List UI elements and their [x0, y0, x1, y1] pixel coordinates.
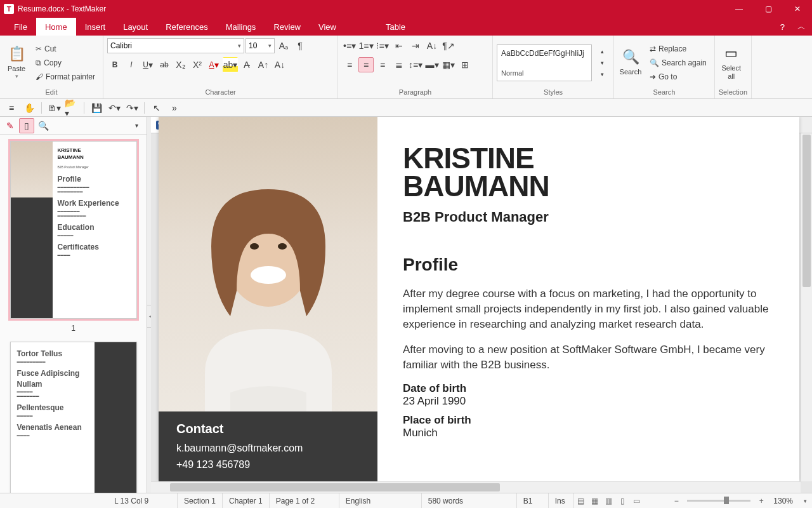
tab-table[interactable]: Table — [377, 18, 414, 36]
tab-view[interactable]: View — [310, 18, 345, 36]
tab-mailings[interactable]: Mailings — [217, 18, 265, 36]
thumbnails-list[interactable]: KRISTINEBAUMANNB2B Product ManagerProfil… — [0, 135, 147, 493]
status-language[interactable]: English — [339, 493, 422, 508]
status-ins[interactable]: Ins — [549, 493, 574, 508]
pilcrow-button[interactable]: ¶ — [292, 38, 308, 53]
styles-scroll-up[interactable]: ▴ — [594, 46, 610, 57]
styles-expand[interactable]: ▾ — [594, 69, 610, 80]
status-chapter[interactable]: Chapter 1 — [223, 493, 270, 508]
align-right-button[interactable]: ≡ — [375, 57, 390, 72]
qt-new[interactable]: 🗎▾ — [46, 100, 62, 116]
view-continuous-icon[interactable]: ▥ — [602, 494, 616, 508]
align-left-button[interactable]: ≡ — [342, 57, 357, 72]
underline-button[interactable]: U▾ — [140, 57, 155, 72]
zoom-menu-icon[interactable]: ▾ — [798, 494, 812, 508]
vertical-scrollbar[interactable] — [801, 133, 812, 481]
qt-undo[interactable]: ↶▾ — [107, 100, 122, 116]
tab-review[interactable]: Review — [265, 18, 310, 36]
paragraph-dialog-button[interactable]: ¶↗ — [441, 38, 456, 53]
align-center-button[interactable]: ≡ — [358, 57, 374, 72]
increase-indent-button[interactable]: ⇥ — [408, 38, 423, 53]
select-all-icon: ▭ — [724, 45, 738, 62]
thumbnail-page-1[interactable]: KRISTINEBAUMANNB2B Product ManagerProfil… — [10, 141, 137, 319]
replace-button[interactable]: ⇄Replace — [646, 43, 710, 55]
tabs-button[interactable]: ⊞ — [457, 57, 473, 72]
bullet-list-button[interactable]: •≡▾ — [342, 38, 357, 53]
qt-hand[interactable]: ✋ — [22, 100, 37, 116]
paste-button[interactable]: 📋 Paste ▾ — [4, 43, 29, 83]
minimize-button[interactable]: — — [724, 0, 754, 18]
borders-button[interactable]: ▦▾ — [441, 57, 456, 72]
styles-scroll-down[interactable]: ▾ — [594, 57, 610, 69]
bold-button[interactable]: B — [107, 57, 122, 72]
superscript-button[interactable]: X² — [190, 57, 205, 72]
side-menu-icon[interactable]: ▾ — [129, 118, 144, 133]
highlight-button[interactable]: ab▾ — [223, 57, 238, 72]
document-page[interactable]: Contact k.baumann@softmaker.com +49 123 … — [159, 117, 799, 481]
decrease-indent-button[interactable]: ⇤ — [391, 38, 407, 53]
qt-open[interactable]: 📂▾ — [64, 100, 79, 116]
cut-button[interactable]: ✂Cut — [32, 43, 99, 55]
status-position[interactable]: L 13 Col 9 — [108, 493, 178, 508]
qt-outline[interactable]: ≡ — [4, 100, 19, 116]
multilevel-list-button[interactable]: ⁝≡▾ — [375, 38, 390, 53]
search-again-button[interactable]: 🔍Search again — [646, 57, 710, 69]
line-spacing-button[interactable]: ↕≡▾ — [408, 57, 423, 72]
status-b1[interactable]: B1 — [517, 493, 549, 508]
character-format-button[interactable]: Aₐ — [276, 38, 291, 53]
italic-button[interactable]: I — [124, 57, 139, 72]
copy-button[interactable]: ⧉Copy — [32, 57, 99, 69]
shrink-font-button[interactable]: A↓ — [272, 57, 287, 72]
goto-button[interactable]: ➜Go to — [646, 70, 710, 83]
view-master-icon[interactable]: ▦ — [588, 494, 602, 508]
subscript-button[interactable]: X₂ — [173, 57, 188, 72]
help-button[interactable]: ? — [774, 18, 791, 36]
font-color-button[interactable]: A▾ — [206, 57, 221, 72]
app-icon: T — [4, 4, 14, 14]
side-pen-icon[interactable]: ✎ — [3, 118, 18, 133]
zoom-in-button[interactable]: + — [754, 494, 768, 508]
qt-save[interactable]: 💾 — [89, 100, 104, 116]
search-button[interactable]: 🔍 Search — [618, 43, 643, 83]
tab-home[interactable]: Home — [36, 18, 76, 36]
resume-role: B2B Product Manager — [403, 209, 774, 225]
strikethrough-button[interactable]: ab — [157, 57, 172, 72]
sort-button[interactable]: A↓ — [424, 38, 440, 53]
zoom-slider[interactable] — [687, 500, 750, 502]
side-thumbs-icon[interactable]: ▯ — [19, 118, 34, 133]
close-button[interactable]: ✕ — [783, 0, 812, 18]
status-page[interactable]: Page 1 of 2 — [270, 493, 339, 508]
select-all-button[interactable]: ▭ Select all — [719, 43, 744, 83]
justify-button[interactable]: ≣ — [391, 57, 407, 72]
zoom-value[interactable]: 130% — [768, 497, 798, 505]
horizontal-scrollbar[interactable] — [151, 481, 801, 493]
view-book-icon[interactable]: ▭ — [630, 494, 644, 508]
qt-redo[interactable]: ↷▾ — [124, 100, 140, 116]
status-section[interactable]: Section 1 — [178, 493, 223, 508]
tab-layout[interactable]: Layout — [114, 18, 157, 36]
number-list-button[interactable]: 1≡▾ — [358, 38, 374, 53]
resume-name-1: KRISTINE — [403, 145, 774, 173]
format-painter-button[interactable]: 🖌Format painter — [32, 70, 99, 83]
tab-references[interactable]: References — [157, 18, 216, 36]
font-size-combo[interactable]: 10▾ — [246, 38, 275, 53]
grow-font-button[interactable]: A↑ — [256, 57, 271, 72]
collapse-ribbon-button[interactable]: ︿ — [791, 18, 812, 36]
profile-text-2: After moving to a new position at SoftMa… — [403, 342, 774, 373]
qt-more[interactable]: » — [167, 100, 182, 116]
tab-insert[interactable]: Insert — [76, 18, 115, 36]
status-words[interactable]: 580 words — [422, 493, 517, 508]
maximize-button[interactable]: ▢ — [754, 0, 783, 18]
view-outline-icon[interactable]: ▯ — [616, 494, 630, 508]
zoom-out-button[interactable]: − — [669, 494, 683, 508]
style-normal[interactable]: AaBbCcDdEeFfGgHhIiJj Normal — [497, 44, 592, 81]
tab-file[interactable]: File — [5, 18, 36, 36]
qt-pointer[interactable]: ↖ — [149, 100, 164, 116]
font-combo[interactable]: Calibri▾ — [107, 38, 244, 53]
shading-button[interactable]: ▬▾ — [424, 57, 440, 72]
side-search-icon[interactable]: 🔍 — [36, 118, 51, 133]
view-normal-icon[interactable]: ▤ — [574, 494, 588, 508]
contact-email: k.baumann@softmaker.com — [176, 443, 360, 454]
clear-format-button[interactable]: A̶ — [239, 57, 254, 72]
thumbnail-page-2[interactable]: Tortor Tellus▬▬▬▬▬▬▬▬▬Fusce Adipiscing N… — [10, 342, 137, 493]
